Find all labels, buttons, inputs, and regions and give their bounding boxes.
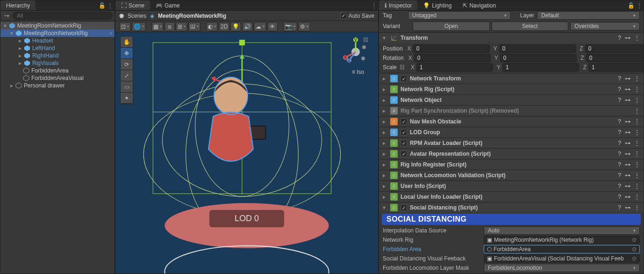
tree-item-personaldrawer[interactable]: ▸ Personal drawer bbox=[0, 82, 114, 89]
create-dropdown-icon[interactable]: +▾ bbox=[2, 12, 11, 20]
visibility-toggle[interactable]: 👁 bbox=[267, 22, 278, 31]
netrig-field[interactable]: ▣MeetingRoomNetworkRig (Network Rig) bbox=[484, 236, 640, 244]
foldout-icon[interactable]: ▸ bbox=[383, 108, 387, 114]
kebab-icon[interactable]: ⋮ bbox=[634, 204, 640, 211]
tree-item-righthand[interactable]: ▸ RightHand bbox=[0, 52, 114, 59]
component-header[interactable]: ▾ Transform ?⊶⋮ bbox=[379, 33, 644, 43]
help-icon[interactable]: ? bbox=[618, 204, 621, 211]
scene-viewport[interactable]: ✋ ✥ ⟳ ⤢ ▭ ✦ y x z ▤ ≡ Iso bbox=[115, 32, 378, 274]
tree-item-forbiddenarea[interactable]: ForbiddenArea bbox=[0, 67, 114, 74]
open-button[interactable]: Open bbox=[413, 22, 490, 31]
help-icon[interactable]: ? bbox=[618, 86, 621, 93]
component-header[interactable]: ▸ # ✓ Avatar Representation (Script) ?⊶⋮ bbox=[379, 149, 644, 159]
tag-dropdown[interactable]: Untagged bbox=[408, 11, 511, 20]
component-header[interactable]: ▸ # ✓ LOD Group ?⊶⋮ bbox=[379, 127, 644, 137]
kebab-icon[interactable]: ⋮ bbox=[634, 172, 640, 179]
shading-button[interactable]: ◐ bbox=[206, 22, 218, 31]
auto-save-toggle[interactable]: ✓ Auto Save bbox=[340, 13, 374, 19]
foldout-icon[interactable]: ▸ bbox=[383, 194, 387, 200]
global-button[interactable]: 🌐 bbox=[132, 22, 146, 31]
pos-y-input[interactable] bbox=[499, 44, 576, 53]
component-header[interactable]: ▸ # Rig Part Synchronization (Script) (R… bbox=[379, 106, 644, 116]
kebab-icon[interactable]: ⋮ bbox=[634, 194, 640, 200]
component-header[interactable]: ▸ # ✓ RPM Avatar Loader (Script) ?⊶⋮ bbox=[379, 138, 644, 148]
help-icon[interactable]: ? bbox=[618, 161, 621, 168]
help-icon[interactable]: ? bbox=[618, 129, 621, 136]
tree-item-lefthand[interactable]: ▸ LeftHand bbox=[0, 44, 114, 52]
navigation-tab[interactable]: ⇱Navigation bbox=[457, 0, 501, 10]
enable-checkbox[interactable]: ✓ bbox=[401, 140, 407, 146]
rot-y-input[interactable] bbox=[500, 54, 577, 62]
breadcrumb-scenes[interactable]: Scenes bbox=[128, 13, 146, 19]
visual-field[interactable]: ▣ForbiddenAreaVisual (Social Distancing … bbox=[484, 254, 640, 263]
foldout-icon[interactable]: ▸ bbox=[17, 52, 23, 59]
lighting-tab[interactable]: 💡Lighting bbox=[417, 0, 457, 10]
help-icon[interactable]: ? bbox=[618, 75, 621, 82]
enable-checkbox[interactable]: ✓ bbox=[401, 129, 407, 136]
help-icon[interactable]: ? bbox=[618, 172, 621, 179]
pivot-button[interactable]: ⊡ bbox=[119, 22, 131, 31]
help-icon[interactable]: ? bbox=[618, 35, 621, 41]
component-header[interactable]: ▸ # Local User Info Loader (Script) ?⊶⋮ bbox=[379, 192, 644, 202]
component-header[interactable]: ▸ # User Info (Script) ?⊶⋮ bbox=[379, 181, 644, 191]
rot-z-input[interactable] bbox=[586, 54, 644, 62]
component-header[interactable]: ▸ # ✓ Network Transform ?⊶⋮ bbox=[379, 73, 644, 84]
foldout-icon[interactable]: ▸ bbox=[17, 45, 23, 51]
lock-icon[interactable]: 🔓 bbox=[627, 1, 635, 10]
increment-snap-button[interactable]: ⊞ bbox=[176, 22, 187, 31]
kebab-icon[interactable]: ⋮ bbox=[634, 151, 640, 157]
foldout-icon[interactable]: ▸ bbox=[383, 172, 387, 179]
component-header[interactable]: ▾ # ✓ Social Distancing (Script) ?⊶⋮ bbox=[379, 202, 644, 213]
scale-z-input[interactable] bbox=[588, 63, 644, 72]
kebab-icon[interactable]: ⋮ bbox=[634, 129, 640, 136]
component-header[interactable]: ▸ # Network Locomotion Validation (Scrip… bbox=[379, 170, 644, 180]
preset-icon[interactable]: ⊶ bbox=[625, 86, 630, 93]
help-icon[interactable]: ? bbox=[618, 151, 621, 157]
help-icon[interactable]: ? bbox=[618, 97, 621, 103]
enable-checkbox[interactable]: ✓ bbox=[401, 118, 407, 125]
breadcrumb-asset[interactable]: MeetingRoomNetworkRig bbox=[158, 13, 226, 19]
foldout-icon[interactable]: ▸ bbox=[383, 151, 387, 157]
kebab-menu-icon[interactable]: ⋮ bbox=[635, 1, 644, 10]
foldout-icon[interactable]: ▾ bbox=[383, 204, 387, 211]
foldout-icon[interactable]: ▾ bbox=[383, 35, 387, 41]
foldout-icon[interactable]: ▸ bbox=[383, 161, 387, 168]
hierarchy-tab[interactable]: Hierarchy bbox=[0, 0, 36, 10]
kebab-icon[interactable]: ⋮ bbox=[634, 161, 640, 168]
component-header[interactable]: ▸ # Rig Info Register (Script) ?⊶⋮ bbox=[379, 159, 644, 170]
foldout-icon[interactable]: ▸ bbox=[17, 37, 23, 44]
go-into-icon[interactable]: › bbox=[110, 30, 114, 36]
kebab-icon[interactable]: ⋮ bbox=[634, 108, 640, 114]
foldout-icon[interactable]: ▸ bbox=[383, 86, 387, 93]
preset-icon[interactable]: ⊶ bbox=[625, 172, 630, 179]
lighting-toggle[interactable]: 💡 bbox=[230, 22, 241, 31]
scale-y-input[interactable] bbox=[502, 63, 579, 72]
foldout-icon[interactable]: ▸ bbox=[9, 82, 14, 89]
kebab-menu-icon[interactable]: ⋮ bbox=[106, 1, 114, 10]
foldout-icon[interactable]: ▸ bbox=[17, 60, 23, 66]
foldout-icon[interactable]: ▸ bbox=[383, 140, 387, 146]
kebab-icon[interactable]: ⋮ bbox=[634, 75, 640, 82]
mask-dropdown[interactable]: ForbiddenLocomotion bbox=[484, 264, 640, 272]
kebab-icon[interactable]: ⋮ bbox=[634, 183, 640, 189]
help-icon[interactable]: ? bbox=[618, 194, 621, 200]
preset-icon[interactable]: ⊶ bbox=[625, 97, 630, 103]
foldout-icon[interactable]: ▸ bbox=[383, 75, 387, 82]
foldout-icon[interactable]: ▾ bbox=[9, 30, 14, 36]
mode-2d-button[interactable]: 2D bbox=[219, 22, 229, 31]
help-icon[interactable]: ? bbox=[618, 118, 621, 125]
preset-icon[interactable]: ⊶ bbox=[625, 183, 630, 189]
game-tab[interactable]: 🎮 Game bbox=[150, 0, 186, 10]
enable-checkbox[interactable]: ✓ bbox=[401, 75, 407, 82]
tree-item-headset[interactable]: ▸ Headset bbox=[0, 37, 114, 44]
hierarchy-search-input[interactable] bbox=[13, 12, 113, 20]
tree-item-forbiddenareavisual[interactable]: ForbiddenAreaVisual bbox=[0, 74, 114, 82]
tree-item-root-prefab[interactable]: ▾ MeetingRoomNetworkRig › bbox=[0, 29, 114, 37]
preset-icon[interactable]: ⊶ bbox=[625, 194, 630, 200]
select-button[interactable]: Select bbox=[492, 22, 569, 31]
scale-snap-button[interactable]: Ш bbox=[188, 22, 200, 31]
component-header[interactable]: ▸ # ✓ Nav Mesh Obstacle ?⊶⋮ bbox=[379, 116, 644, 127]
preset-icon[interactable]: ⊶ bbox=[625, 204, 630, 211]
effects-toggle[interactable]: ☁ bbox=[254, 22, 266, 31]
foldout-icon[interactable]: ▸ bbox=[383, 118, 387, 125]
